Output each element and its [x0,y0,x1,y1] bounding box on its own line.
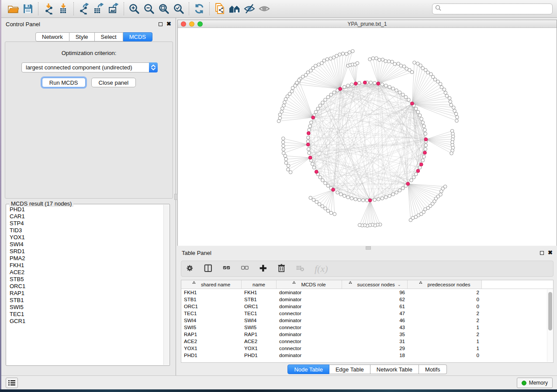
export-network-icon[interactable] [76,2,91,15]
tab-select[interactable]: Select [95,32,123,41]
import-network-icon[interactable] [41,2,56,15]
mcds-result-item[interactable]: STB1 [10,297,170,304]
tab-network-table[interactable]: Network Table [370,364,419,374]
mcds-result-item[interactable]: STP4 [10,220,170,227]
horizontal-splitter-grip[interactable] [366,246,371,250]
toolbar-separator [38,2,38,15]
float-table-panel-icon[interactable] [540,251,544,255]
table-row[interactable]: STB1STB1dominator620 [181,296,553,303]
tab-style[interactable]: Style [69,32,95,41]
table-scrollbar-thumb[interactable] [548,292,552,330]
control-panel-tabs: NetworkStyleSelectMCDS [35,32,152,41]
table-row[interactable]: ORC1ORC1dominator610 [181,303,553,310]
mcds-result-group: MCDS result (17 nodes) PHD1CAR1STP4TID3Y… [6,204,170,366]
table-row[interactable]: SWI4SWI4dominator462 [181,317,553,324]
network-canvas[interactable] [178,28,557,245]
table-cell: dominator [277,332,342,337]
task-history-button[interactable] [6,378,18,388]
column-header-successor-nodes[interactable]: successor nodes⌄ [342,280,408,289]
refresh-icon[interactable] [192,2,207,15]
float-panel-icon[interactable] [159,22,163,26]
tab-motifs[interactable]: Motifs [419,364,447,374]
table-cell: FKH1 [242,290,277,295]
mcds-result-item[interactable]: STB5 [10,276,170,283]
zoom-in-icon[interactable] [127,2,142,15]
column-header-predecessor-nodes[interactable]: predecessor nodes [408,280,482,289]
show-all-eye-icon[interactable] [257,2,272,15]
table-cell: PHD1 [242,353,277,358]
mcds-result-item[interactable]: PHD1 [10,206,170,213]
import-table-icon[interactable] [56,2,71,15]
network-graph [178,28,557,245]
result-scrollbar[interactable] [163,205,169,365]
table-row[interactable]: FKH1FKH1dominator962 [181,289,553,296]
clone-network-icon[interactable] [212,2,227,15]
open-file-icon[interactable] [6,2,21,15]
double-house-icon[interactable] [227,2,242,15]
column-header-shared-name[interactable]: shared name [181,280,242,289]
table-scrollbar[interactable] [547,289,553,362]
table-cell: 2 [408,311,482,316]
mcds-result-item[interactable]: ORC1 [10,283,170,290]
mcds-result-item[interactable]: SWI4 [10,241,170,248]
table-row[interactable]: ACE2ACE2connector311 [181,338,553,345]
mcds-result-item[interactable]: TEC1 [10,311,170,318]
mcds-result-item[interactable]: CAR1 [10,213,170,220]
column-header-name[interactable]: name [242,280,277,289]
table-row[interactable]: RAP1RAP1dominator352 [181,331,553,338]
mcds-result-item[interactable]: YOX1 [10,234,170,241]
export-table-icon[interactable] [91,2,106,15]
column-layout-icon[interactable] [204,264,214,274]
table-row[interactable]: SWI5SWI5connector431 [181,324,553,331]
table-panel: Table Panel ✖ f(x) shared namenameMCDS r… [177,247,557,375]
mcds-result-list[interactable]: PHD1CAR1STP4TID3YOX1SWI4SRD1PMA2FKH1ACE2… [6,204,170,366]
add-column-icon[interactable] [259,264,269,274]
close-table-panel-icon[interactable]: ✖ [548,251,553,255]
sitemap-icon [419,281,425,288]
node-table[interactable]: shared namenameMCDS rolesuccessor nodes⌄… [181,280,554,363]
mcds-result-item[interactable]: SWI5 [10,304,170,311]
criterion-dropdown[interactable]: largest connected component (undirected) [21,62,158,72]
save-session-icon[interactable] [21,2,35,15]
close-panel-icon[interactable]: ✖ [166,22,171,26]
gear-icon[interactable] [186,264,195,274]
deselect-all-checkbox-icon[interactable] [241,265,250,273]
table-row[interactable]: YOX1YOX1connector291 [181,345,553,352]
mcds-result-item[interactable]: FKH1 [10,262,170,269]
table-cell: 29 [342,346,408,351]
dropdown-stepper-icon [149,62,158,72]
zoom-selected-icon[interactable] [171,2,186,15]
tab-node-table[interactable]: Node Table [287,364,329,374]
optimization-criterion-label: Optimization criterion: [5,50,173,56]
vertical-splitter-grip[interactable] [174,194,178,200]
table-cell: 35 [342,332,408,337]
table-cell: STB1 [242,297,277,302]
mcds-result-item[interactable]: ACE2 [10,269,170,276]
table-cell: dominator [277,353,342,358]
select-all-checkbox-icon[interactable] [222,265,232,273]
tab-network[interactable]: Network [35,32,69,41]
mcds-result-item[interactable]: PMA2 [10,255,170,262]
delete-column-icon[interactable] [277,264,287,274]
table-row[interactable]: TEC1TEC1connector472 [181,310,553,317]
zoom-out-icon[interactable] [142,2,156,15]
network-titlebar[interactable]: YPA_prune.txt_1 [178,20,557,28]
memory-label: Memory [529,380,548,386]
control-panel: Control Panel ✖ NetworkStyleSelectMCDS O… [1,18,176,375]
tab-edge-table[interactable]: Edge Table [329,364,370,374]
mcds-result-item[interactable]: RAP1 [10,290,170,297]
export-image-icon[interactable] [106,2,121,15]
search-box[interactable] [432,3,553,14]
hide-selected-eye-icon[interactable] [242,2,257,15]
mcds-result-item[interactable]: SRD1 [10,248,170,255]
run-mcds-button[interactable]: Run MCDS [42,78,86,87]
column-header-MCDS-role[interactable]: MCDS role [277,280,342,289]
close-panel-button[interactable]: Close panel [91,78,136,87]
memory-button[interactable]: Memory [517,378,553,388]
zoom-fit-icon[interactable] [156,2,171,15]
tab-mcds[interactable]: MCDS [123,32,152,41]
mcds-result-item[interactable]: GCR1 [10,318,170,325]
search-input[interactable] [441,6,550,12]
table-row[interactable]: PHD1PHD1dominator180 [181,352,553,359]
mcds-result-item[interactable]: TID3 [10,227,170,234]
